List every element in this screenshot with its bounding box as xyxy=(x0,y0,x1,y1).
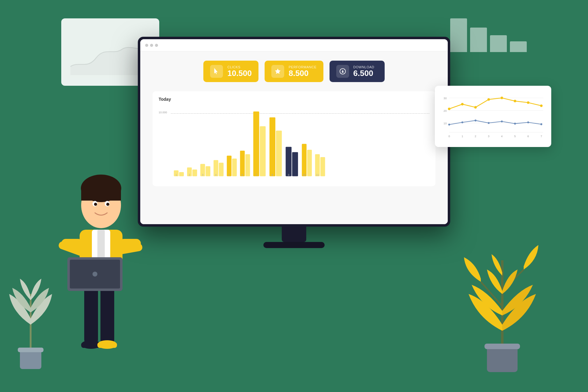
svg-rect-93 xyxy=(484,344,520,349)
svg-text:9: 9 xyxy=(288,173,289,176)
svg-rect-92 xyxy=(487,346,518,372)
download-value: 6.500 xyxy=(353,69,375,78)
svg-text:5: 5 xyxy=(228,173,230,176)
monitor-screen: Clicks 10.500 Performance xyxy=(140,39,448,224)
star-icon xyxy=(271,65,284,78)
svg-rect-16 xyxy=(270,117,275,176)
svg-text:4: 4 xyxy=(501,135,503,138)
svg-text:7: 7 xyxy=(541,135,542,138)
svg-point-54 xyxy=(501,97,503,99)
chart-section: Today 10.000 xyxy=(153,91,435,186)
svg-rect-17 xyxy=(276,131,282,176)
stat-cards-row: Clicks 10.500 Performance xyxy=(153,61,435,82)
performance-text: Performance 8.500 xyxy=(288,65,316,78)
download-card[interactable]: Download 6.500 xyxy=(330,61,385,82)
svg-text:6: 6 xyxy=(242,173,243,176)
plant-right xyxy=(462,245,542,374)
svg-point-59 xyxy=(462,121,463,123)
svg-text:0: 0 xyxy=(448,135,450,138)
monitor: Clicks 10.500 Performance xyxy=(138,37,450,248)
svg-rect-77 xyxy=(81,188,121,201)
clicks-card[interactable]: Clicks 10.500 xyxy=(203,61,258,82)
svg-rect-15 xyxy=(260,126,266,176)
download-label: Download xyxy=(353,65,375,69)
screen-titlebar xyxy=(140,39,448,51)
titlebar-dots xyxy=(145,44,158,47)
svg-rect-23 xyxy=(320,157,325,176)
line-chart-svg: 30 20 10 0 1 2 3 4 5 6 7 xyxy=(440,91,546,140)
monitor-base xyxy=(263,242,325,248)
svg-point-58 xyxy=(448,124,450,126)
svg-rect-66 xyxy=(84,285,98,343)
svg-text:20: 20 xyxy=(443,109,447,112)
bg-bar-2 xyxy=(470,28,487,52)
svg-rect-5 xyxy=(192,169,197,176)
svg-rect-19 xyxy=(292,152,298,176)
monitor-stand xyxy=(282,227,306,242)
svg-rect-20 xyxy=(302,144,307,176)
svg-rect-3 xyxy=(179,172,184,176)
svg-text:2: 2 xyxy=(475,135,476,138)
svg-rect-74 xyxy=(97,230,105,260)
svg-rect-21 xyxy=(307,150,312,176)
monitor-body: Clicks 10.500 Performance xyxy=(138,37,450,227)
svg-point-57 xyxy=(540,104,543,107)
clicks-label: Clicks xyxy=(227,65,252,69)
svg-point-88 xyxy=(92,272,97,277)
svg-point-51 xyxy=(461,103,464,105)
svg-text:7: 7 xyxy=(255,173,257,176)
dot-2 xyxy=(150,44,153,47)
performance-label: Performance xyxy=(288,65,316,69)
line-chart-card: 30 20 10 0 1 2 3 4 5 6 7 xyxy=(435,86,551,147)
svg-text:1: 1 xyxy=(462,135,463,138)
svg-point-63 xyxy=(514,123,516,125)
svg-text:10: 10 xyxy=(443,122,447,125)
svg-point-81 xyxy=(106,203,109,206)
svg-rect-71 xyxy=(97,342,117,348)
clicks-value: 10.500 xyxy=(227,69,252,78)
bg-bar-4 xyxy=(510,41,527,52)
svg-rect-7 xyxy=(205,166,210,176)
bg-bar-1 xyxy=(450,18,467,52)
svg-text:30: 30 xyxy=(443,97,447,100)
svg-point-61 xyxy=(488,122,490,124)
svg-text:3: 3 xyxy=(488,135,489,138)
svg-rect-14 xyxy=(253,111,259,176)
bg-bar-3 xyxy=(490,35,507,52)
svg-point-62 xyxy=(501,120,503,122)
download-icon xyxy=(336,65,349,78)
svg-point-64 xyxy=(527,121,529,123)
bg-decoration-bars xyxy=(450,18,527,52)
svg-rect-12 xyxy=(240,151,245,176)
svg-point-52 xyxy=(474,106,477,108)
svg-rect-13 xyxy=(245,154,250,176)
svg-text:10: 10 xyxy=(303,173,306,176)
svg-point-55 xyxy=(514,100,516,102)
performance-card[interactable]: Performance 8.500 xyxy=(265,61,323,82)
plant-left xyxy=(6,263,55,371)
cursor-icon xyxy=(210,65,223,78)
svg-point-65 xyxy=(541,123,542,125)
svg-rect-11 xyxy=(232,159,237,176)
chart-y-label: 10.000 xyxy=(159,111,167,114)
svg-text:3: 3 xyxy=(202,173,203,176)
person-illustration xyxy=(52,153,150,368)
svg-text:11: 11 xyxy=(316,173,319,176)
svg-point-60 xyxy=(475,119,477,121)
svg-point-80 xyxy=(94,203,97,206)
svg-rect-67 xyxy=(100,285,114,343)
svg-rect-90 xyxy=(18,348,43,352)
svg-point-53 xyxy=(488,98,490,101)
svg-text:2: 2 xyxy=(189,173,190,176)
svg-rect-18 xyxy=(286,147,292,176)
dot-3 xyxy=(155,44,158,47)
svg-rect-9 xyxy=(219,163,224,176)
chart-title: Today xyxy=(159,97,429,102)
svg-text:1: 1 xyxy=(175,173,177,176)
svg-text:8: 8 xyxy=(272,173,273,176)
line-chart-inner: 30 20 10 0 1 2 3 4 5 6 7 xyxy=(440,91,546,140)
svg-point-56 xyxy=(527,101,530,104)
download-text: Download 6.500 xyxy=(353,65,375,78)
bar-chart-svg: 1 2 3 4 5 6 7 8 9 10 11 xyxy=(171,104,442,181)
performance-value: 8.500 xyxy=(288,69,316,78)
